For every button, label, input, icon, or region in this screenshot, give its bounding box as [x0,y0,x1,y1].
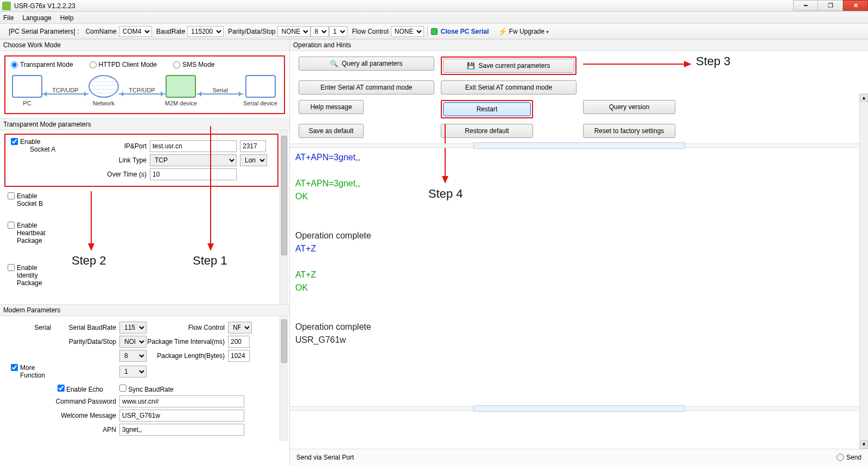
ipport-label: IP&Port [74,142,150,150]
flow-select[interactable]: NONE [391,26,424,37]
close-serial-button[interactable]: Close PC Serial [441,28,489,35]
modem-header: Modem Parameters [0,304,289,316]
splitter-top[interactable] [290,143,868,148]
cmdpw-input[interactable] [119,395,244,407]
plen-input[interactable] [228,350,250,362]
sync-baud-check[interactable]: Sync BaudRate [119,385,174,393]
enable-echo-check[interactable]: Enable Echo [54,385,119,393]
welcome-input[interactable] [119,410,244,422]
overtime-label: Over Time (s) [74,171,150,178]
close-button[interactable]: ✕ [843,0,868,11]
overtime-input[interactable] [150,168,237,180]
ip-input[interactable] [150,140,237,152]
separator [427,26,428,37]
toolbar: [PC Serial Parameters] : ComName COM4 Ba… [0,24,868,39]
reset-factory-button[interactable]: Reset to factory settings [583,124,675,138]
restart-outline: Restart [441,100,533,118]
save-default-button[interactable]: Save as default [299,124,364,138]
send-icon [837,454,844,461]
flow-label: Flow Control [352,28,388,35]
baudrate-select[interactable]: 115200 [187,26,224,37]
save-outline: 💾Save current parameters [441,56,576,75]
serial-device-icon [245,75,276,98]
app-icon [2,2,11,10]
restart-button[interactable]: Restart [443,102,531,116]
left-panel: Choose Work Mode Transparent Mode HTTPD … [0,39,290,465]
modem-scrollbar[interactable] [280,316,288,441]
radio-sms[interactable]: SMS Mode [173,61,214,68]
enable-socket-b[interactable]: EnableSocket B [8,192,289,208]
apn-input[interactable] [119,424,244,436]
window-controls: ━ ❐ ✕ [793,0,868,11]
baudrate-label: BaudRate [156,28,185,35]
bottom-bar: Send via Serial Port Send [290,449,868,465]
workmode-header: Choose Work Mode [0,39,289,51]
ops-header: Operation and Hints [290,39,868,51]
send-via-select[interactable]: Send via Serial Port [296,454,354,461]
right-panel: Operation and Hints 🔍Query all parameter… [290,39,868,465]
serial-parity-select[interactable]: NONE [119,336,147,348]
title-bar: USR-G76x V1.2.2.23 ━ ❐ ✕ [0,0,868,12]
menu-file[interactable]: File [3,14,14,22]
enable-identity[interactable]: EnableIdentityPackage [8,264,289,287]
console-output: AT+APN=3gnet,, AT+APN=3gnet,, OK Operati… [290,148,868,406]
left-scrollbar[interactable] [280,130,288,304]
bolt-icon: ⚡ [498,27,507,36]
menu-help[interactable]: Help [60,14,74,22]
splitter-bottom[interactable] [290,406,868,411]
serial-baud-select[interactable]: 11520 [119,322,147,334]
enter-at-button[interactable]: Enter Serial AT command mode [299,80,434,95]
menu-bar: File Language Help [0,12,868,24]
m2m-icon [166,75,196,98]
scroll-down-icon[interactable]: ▼ [860,440,868,449]
menu-language[interactable]: Language [22,14,51,22]
mode-diagram: PC TCP/UDP Network TCP/UDP M2M device Se… [9,73,281,109]
save-current-button[interactable]: 💾Save current parameters [443,59,574,73]
comname-select[interactable]: COM4 [119,26,152,37]
serial-flow-select[interactable]: NFC [228,322,252,334]
more-function-check[interactable] [11,364,18,371]
linktype-label: Link Type [74,156,150,164]
serial-label: Serial [5,324,54,331]
restore-button[interactable]: ❐ [818,0,843,11]
workmode-box: Transparent Mode HTTPD Client Mode SMS M… [4,55,285,114]
help-button[interactable]: Help message [299,100,364,114]
serial-data-select[interactable]: 8 [119,350,147,362]
minimize-button[interactable]: ━ [793,0,818,11]
trans-header: Transparent Mode parameters [0,118,289,130]
serial-led-icon [431,28,438,35]
modem-params: Serial Serial BaudRate 11520 Flow Contro… [0,316,289,441]
linktype-select[interactable]: TCP [150,154,237,166]
serial-params-label: [PC Serial Parameters] : [9,28,79,35]
databits-select[interactable]: 8 [311,26,329,37]
enable-socket-a[interactable]: EnableSocket A [11,138,55,153]
network-icon [88,75,119,98]
socket-a-box: EnableSocket A IP&Port Link Type TCP Lon… [4,134,278,187]
query-all-button[interactable]: 🔍Query all parameters [299,56,434,71]
serial-stop-select[interactable]: 1 [119,366,147,378]
port-input[interactable] [240,140,266,152]
window-title: USR-G76x V1.2.2.23 [14,2,75,10]
enable-heartbeat[interactable]: EnableHeartbeatPackage [8,222,289,244]
ops-buttons: 🔍Query all parameters 💾Save current para… [290,51,868,143]
right-scrollbar[interactable]: ▲ ▼ [859,93,868,449]
pds-label: Parity/Data/Stop [228,28,275,35]
scroll-up-icon[interactable]: ▲ [860,93,868,102]
radio-httpd[interactable]: HTTPD Client Mode [90,61,157,68]
query-version-button[interactable]: Query version [583,100,675,114]
fw-upgrade-button[interactable]: Fw Upgrade [509,28,549,35]
restore-default-button[interactable]: Restore default [441,124,533,138]
comname-label: ComName [85,28,116,35]
pc-icon [12,75,42,98]
longshort-select[interactable]: Long [240,154,267,166]
send-button[interactable]: Send [837,454,861,461]
stopbits-select[interactable]: 1 [329,26,347,37]
radio-transparent[interactable]: Transparent Mode [11,61,73,68]
exit-at-button[interactable]: Exit Serial AT command mode [441,80,576,95]
pti-input[interactable] [228,336,250,348]
parity-select[interactable]: NONE [277,26,311,37]
